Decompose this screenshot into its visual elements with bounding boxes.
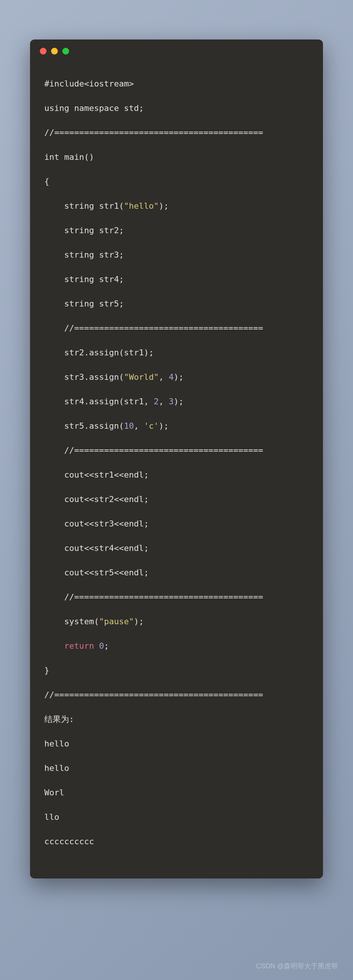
number-literal: 0: [99, 641, 104, 651]
code-line: //======================================: [44, 322, 309, 334]
code-line: str2.assign(str1);: [44, 346, 309, 359]
string-literal: "World": [124, 372, 159, 382]
code-line: }: [44, 664, 309, 676]
code-line: cout<<str3<<endl;: [44, 517, 309, 530]
output-line: hello: [44, 762, 309, 774]
maximize-icon[interactable]: [62, 48, 69, 54]
code-line: //======================================…: [44, 689, 309, 701]
code-line: str3.assign("World", 4);: [44, 371, 309, 383]
code-line: str5.assign(10, 'c');: [44, 420, 309, 432]
output-line: cccccccccc: [44, 835, 309, 848]
return-keyword: return: [64, 641, 94, 651]
code-line: //======================================: [44, 444, 309, 457]
output-label: 结果为:: [44, 713, 309, 725]
code-line: cout<<str1<<endl;: [44, 469, 309, 481]
minimize-icon[interactable]: [51, 48, 58, 54]
code-line: str4.assign(str1, 2, 3);: [44, 395, 309, 408]
close-icon[interactable]: [40, 48, 47, 54]
output-line: hello: [44, 737, 309, 750]
code-line: string str3;: [44, 248, 309, 261]
code-line: cout<<str4<<endl;: [44, 542, 309, 554]
string-literal: "pause": [99, 617, 134, 626]
code-line: string str5;: [44, 298, 309, 310]
window-controls: [30, 40, 323, 61]
code-line: using namespace std;: [44, 102, 309, 115]
number-literal: 4: [169, 372, 174, 382]
code-line: //======================================…: [44, 126, 309, 139]
code-line: int main(): [44, 151, 309, 163]
code-line: string str1("hello");: [44, 200, 309, 212]
code-line: {: [44, 175, 309, 188]
number-literal: 10: [124, 421, 134, 431]
number-literal: 3: [169, 397, 174, 406]
watermark: CSDN @森明帮大于黑虎帮: [256, 962, 338, 970]
number-literal: 2: [154, 397, 158, 406]
string-literal: "hello": [124, 201, 159, 211]
code-line: #include<iostream>: [44, 78, 309, 90]
code-line: cout<<str2<<endl;: [44, 493, 309, 506]
code-line: cout<<str5<<endl;: [44, 566, 309, 579]
output-line: llo: [44, 811, 309, 823]
code-window: #include<iostream>using namespace std;//…: [30, 40, 323, 878]
code-content: #include<iostream>using namespace std;//…: [30, 61, 323, 867]
code-line: string str2;: [44, 224, 309, 237]
code-line: //======================================: [44, 591, 309, 603]
code-line: system("pause");: [44, 615, 309, 628]
code-line: string str4;: [44, 273, 309, 285]
code-line: return 0;: [44, 640, 309, 652]
char-literal: 'c': [144, 421, 159, 431]
output-line: Worl: [44, 786, 309, 799]
